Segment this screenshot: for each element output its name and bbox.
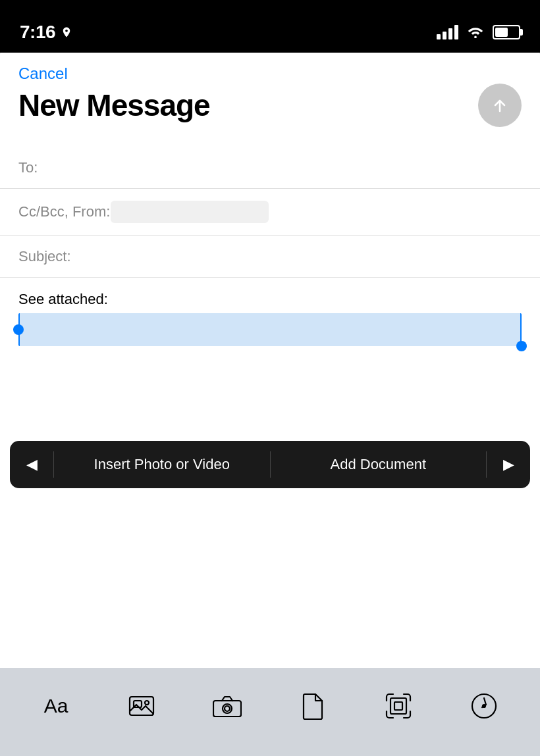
from-value-box xyxy=(111,201,269,223)
subject-label: Subject: xyxy=(18,248,111,265)
email-sheet: Cancel New Message To: Cc/Bcc, From: xyxy=(0,39,540,756)
add-document-button[interactable]: Add Document xyxy=(271,441,487,488)
signal-bars xyxy=(437,25,458,39)
document-button[interactable] xyxy=(290,683,336,729)
document-icon xyxy=(298,692,327,720)
font-format-button[interactable]: Aa xyxy=(33,683,79,729)
svg-rect-7 xyxy=(391,698,406,714)
cc-label: Cc/Bcc, From: xyxy=(18,203,111,220)
sheet-wrapper: Cancel New Message To: Cc/Bcc, From: xyxy=(0,39,540,756)
page-title: New Message xyxy=(18,88,210,123)
subject-input[interactable] xyxy=(111,248,522,265)
svg-point-6 xyxy=(225,706,230,711)
send-button[interactable] xyxy=(478,84,522,127)
cc-field-row: Cc/Bcc, From: xyxy=(0,189,540,236)
status-time: 7:16 xyxy=(20,22,72,43)
to-input[interactable] xyxy=(111,159,522,176)
bottom-toolbar: Aa xyxy=(0,668,540,756)
form-fields: To: Cc/Bcc, From: Subject: xyxy=(0,147,540,278)
status-bar: 7:16 xyxy=(0,0,540,53)
svg-point-0 xyxy=(474,36,477,38)
context-menu-prev[interactable]: ◀ xyxy=(10,441,53,488)
subject-field-row: Subject: xyxy=(0,236,540,278)
photo-library-icon xyxy=(127,692,156,720)
aa-label: Aa xyxy=(44,695,68,717)
scan-icon xyxy=(384,692,413,720)
svg-rect-8 xyxy=(394,702,402,710)
location-icon xyxy=(61,26,72,38)
wifi-icon xyxy=(466,24,485,41)
to-label: To: xyxy=(18,159,111,176)
context-menu-next[interactable]: ▶ xyxy=(487,441,530,488)
cancel-button[interactable]: Cancel xyxy=(18,64,68,83)
body-content: See attached: xyxy=(0,278,540,346)
selection-handle-left xyxy=(13,324,24,335)
text-selection xyxy=(18,313,522,346)
email-header: New Message xyxy=(0,64,540,127)
context-menu: ◀ Insert Photo or Video Add Document ▶ xyxy=(0,441,540,488)
camera-button[interactable] xyxy=(204,683,250,729)
photo-library-button[interactable] xyxy=(119,683,165,729)
to-field-row: To: xyxy=(0,147,540,189)
compass-button[interactable] xyxy=(461,683,507,729)
svg-point-4 xyxy=(145,701,149,705)
battery-icon xyxy=(493,25,520,39)
selection-handle-right xyxy=(516,341,527,351)
insert-photo-video-button[interactable]: Insert Photo or Video xyxy=(54,441,270,488)
context-menu-inner: ◀ Insert Photo or Video Add Document ▶ xyxy=(10,441,530,488)
status-icons xyxy=(437,24,520,41)
body-text: See attached: xyxy=(18,291,522,308)
compass-icon xyxy=(470,692,499,720)
camera-icon xyxy=(213,692,242,720)
scan-button[interactable] xyxy=(375,683,421,729)
